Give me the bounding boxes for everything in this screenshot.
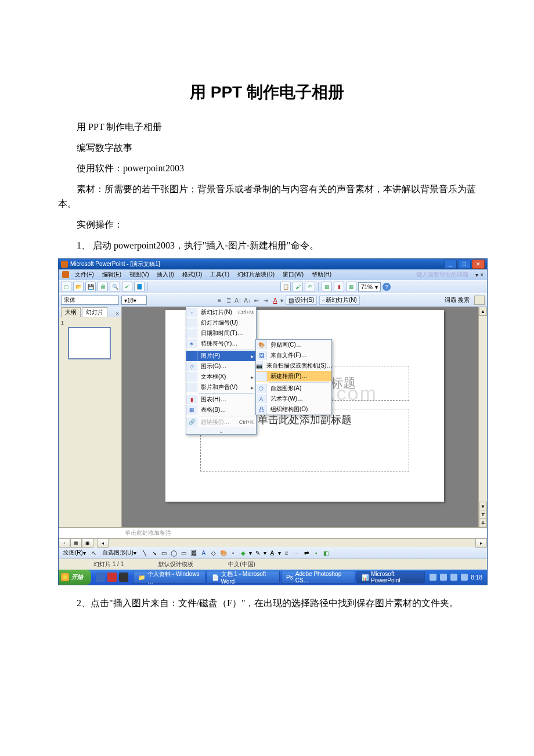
tray-icon[interactable] [430,574,436,581]
line-icon[interactable]: ╲ [140,549,149,557]
menu-slideshow[interactable]: 幻灯片放映(D) [235,271,277,279]
menu-insert[interactable]: 插入(I) [154,271,176,279]
undo-icon[interactable]: ↶ [305,282,315,292]
menu-item-symbol[interactable]: ∗ 特殊符号(Y)… [186,339,256,349]
tray-icon[interactable] [440,574,447,581]
submenu-scanner[interactable]: 📷 来自扫描仪或照相机(S)… [256,361,331,371]
normal-view-icon[interactable]: ▫ [59,538,70,548]
shadow-icon[interactable]: ▪ [312,549,320,557]
scroll-left-icon[interactable]: ◂ [97,538,109,548]
vertical-scrollbar[interactable]: ▲ ▼ ⇈ ⇊ [478,307,487,527]
font-name-select[interactable]: 宋体 [61,296,119,305]
clipart-icon[interactable]: 🎨 [219,549,228,557]
tab-outline[interactable]: 大纲 [61,307,81,317]
fill-color-icon[interactable]: ◆ [239,549,247,557]
chart-icon[interactable]: ▮ [334,282,344,292]
help-icon[interactable]: ? [383,283,391,291]
menu-view[interactable]: 视图(V) [127,271,151,279]
indent-icon[interactable]: ⇥ [262,297,270,304]
panel-close-button[interactable]: × [116,311,119,317]
menu-item-diagram[interactable]: ◇ 图示(G)… [186,361,256,372]
minimize-button[interactable]: _ [444,260,457,269]
submenu-wordart[interactable]: A 艺术字(W)… [256,394,331,404]
select-icon[interactable]: ↖ [90,549,98,557]
menu-item-slidenum[interactable]: 幻灯片编号(U) [186,318,256,328]
scroll-right-icon[interactable]: ▸ [475,538,487,548]
menu-tools[interactable]: 工具(T) [208,271,232,279]
table-icon[interactable]: ▦ [322,282,332,292]
menu-item-newslide[interactable]: ▫ 新幻灯片(N) Ctrl+M [186,307,256,318]
taskbar-item[interactable]: Ps Adobe Photoshop CS… [281,571,355,584]
autoshape-menu[interactable]: 自选图形(U) ▾ [100,549,139,557]
research-icon[interactable]: 📘 [134,282,145,292]
taskbar-item[interactable]: 📁 个人资料 - Windows … [133,571,205,584]
menu-file[interactable]: 文件(F) [73,271,96,279]
horizontal-scrollbar[interactable] [117,539,467,546]
tab-slides[interactable]: 幻灯片 [82,307,107,317]
arrow-icon[interactable]: ↘ [150,549,158,557]
rect-icon[interactable]: ▭ [160,549,168,557]
menu-format[interactable]: 格式(O) [180,271,204,279]
slide-thumbnail[interactable] [68,327,111,359]
menu-window[interactable]: 窗口(W) [280,271,306,279]
insert-pic-icon[interactable]: 🖼 [190,549,198,557]
menu-item-movie[interactable]: 影片和声音(V) ▸ [186,382,256,393]
save-icon[interactable]: 💾 [85,282,96,292]
scroll-up-icon[interactable]: ▲ [479,307,487,316]
menu-item-datetime[interactable]: 日期和时间(T)… [186,328,256,339]
desktop-icon[interactable] [119,573,128,582]
submenu-orgchart[interactable]: 品 组织结构图(O) [256,404,331,415]
bullets-icon[interactable]: ≡ [215,297,223,304]
line-color-icon[interactable]: ✎ [254,549,262,557]
line-style-icon[interactable]: ≡ [283,549,291,557]
insert-slide-icon[interactable]: ▫ [229,549,237,557]
slideshow-view-icon[interactable]: ▣ [82,538,93,548]
menu-edit[interactable]: 编辑(E) [100,271,124,279]
new-icon[interactable]: ▢ [61,282,71,292]
design-button[interactable]: ▨ 设计(S) [286,296,317,305]
3d-icon[interactable]: ◧ [322,549,330,557]
taskbar-item[interactable]: 📊 Microsoft PowerPoint [356,571,425,584]
zoom-select[interactable]: 71%▾ [358,282,381,291]
font-color-icon[interactable]: A [271,297,279,304]
menu-item-table[interactable]: ▦ 表格(B)… [186,405,256,415]
doc-close-button[interactable]: ▾ × [475,272,484,278]
sorter-view-icon[interactable]: ▦ [70,538,82,548]
media-icon[interactable] [107,573,117,582]
next-slide-icon[interactable]: ⇊ [479,518,487,527]
menu-item-picture[interactable]: 图片(P) ▸ [186,351,256,361]
submenu-autoshape[interactable]: ⬠ 自选图形(A) [256,383,331,394]
textbox-icon[interactable]: ▭ [180,549,188,557]
numbering-icon[interactable]: ≣ [225,297,233,304]
menu-item-chart[interactable]: ▮ 图表(H)… [186,394,256,405]
decrease-font-icon[interactable]: A↓ [243,297,251,304]
font-color-icon[interactable]: A [268,549,276,557]
wordart-icon[interactable]: A [200,549,208,557]
submenu-fromfile[interactable]: 🖼 来自文件(F)… [256,350,331,361]
spell-icon[interactable]: ✔ [122,282,132,292]
preview-icon[interactable]: 🔍 [110,282,120,292]
show-icon[interactable]: ▦ [346,282,356,292]
menu-item-hyperlink[interactable]: 🔗 超链接(I)… Ctrl+K [186,417,256,427]
close-button[interactable]: ✕ [472,260,485,269]
format-painter-icon[interactable]: 🖌 [293,282,303,292]
draw-menu[interactable]: 绘图(R) ▾ [61,549,88,557]
dash-style-icon[interactable]: ┈ [293,549,301,557]
diagram-icon[interactable]: ◇ [210,549,218,557]
oval-icon[interactable]: ◯ [170,549,178,557]
new-slide-button[interactable]: ▫ 新幻灯片(N) [319,296,359,305]
taskbar-item[interactable]: 📄 文档 1 - Microsoft Word [207,571,280,584]
network-icon[interactable] [461,574,468,581]
increase-font-icon[interactable]: A↑ [234,297,242,304]
menu-help[interactable]: 帮助(H) [309,271,334,279]
arrow-style-icon[interactable]: ⇄ [302,549,311,557]
volume-icon[interactable] [450,574,457,581]
open-icon[interactable]: 📂 [73,282,84,292]
font-size-select[interactable]: ▾ 18 ▾ [121,296,147,305]
submenu-clipart[interactable]: 🎨 剪贴画(C)… [256,340,331,350]
dictionary-button[interactable] [474,296,485,305]
outdent-icon[interactable]: ⇤ [252,297,261,304]
notes-pane[interactable]: 单击此处添加备注 [59,527,487,538]
menu-item-textbox[interactable]: 文本框(X) ▸ [186,372,256,382]
submenu-album[interactable]: 新建相册(P)… [256,371,331,381]
